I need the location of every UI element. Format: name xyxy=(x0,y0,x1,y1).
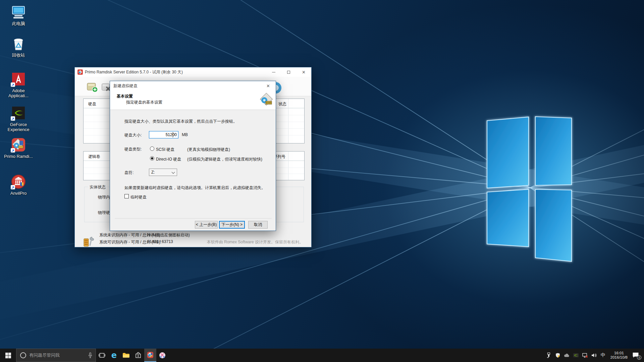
back-button[interactable]: < 上一步(B) xyxy=(195,221,218,229)
desktop-icon-anvilpro[interactable]: AnvilPro xyxy=(4,174,33,196)
snipping-tool-button[interactable] xyxy=(156,349,168,362)
temp-disk-checkbox-label[interactable]: 临时硬盘 xyxy=(130,194,147,200)
store-icon xyxy=(135,352,142,359)
mem-line1-value: N/A (点击左侧图标启动) xyxy=(147,232,190,238)
dialog-header-band: 基本设置 指定硬盘的基本设置 xyxy=(110,90,276,110)
usb-eject-icon[interactable] xyxy=(546,352,552,358)
desktop-icon-label: GeForce Experience xyxy=(4,122,33,132)
desktop-icon-adobe[interactable]: Adobe Applicati... xyxy=(4,71,33,98)
cancel-button[interactable]: 取消 xyxy=(248,221,268,229)
mem-line2-value: 61401 / 63713 xyxy=(147,239,173,244)
taskbar-search-box[interactable]: 有问题尽管问我 xyxy=(16,349,96,362)
cortana-icon xyxy=(20,352,26,358)
disks-column-header[interactable]: 硬盘 xyxy=(88,101,96,107)
desktop-icon-label: Adobe Applicati... xyxy=(4,88,33,98)
taskbar: 有问题尽管问我 e xyxy=(0,349,644,362)
adobe-icon xyxy=(10,71,26,87)
column-divider xyxy=(288,99,288,143)
next-button[interactable]: 下一步(N) > xyxy=(219,221,245,229)
dialog-subheader: 指定硬盘的基本设置 xyxy=(126,100,162,105)
desktop: 此电脑 回收站 Adobe Applicati... GeForce Exper… xyxy=(0,0,644,362)
shortcut-arrow-icon xyxy=(11,148,15,153)
geforce-icon xyxy=(10,105,26,121)
column-divider xyxy=(288,152,288,180)
notification-badge: 1 xyxy=(637,355,641,360)
task-view-button[interactable] xyxy=(96,349,108,362)
ime-indicator[interactable]: 中 xyxy=(600,352,606,358)
temp-disk-checkbox[interactable] xyxy=(124,194,129,198)
radio-directio-label[interactable]: Direct-IO 硬盘 xyxy=(156,157,181,162)
windows-logo-wallpaper xyxy=(480,111,580,268)
maximize-icon[interactable] xyxy=(281,67,296,77)
status-column-header[interactable]: 状态 xyxy=(278,101,286,107)
dialog-instruction: 指定硬盘大小、类型以及其它基本设置，然后点击下一步按钮。 xyxy=(124,119,237,124)
temp-disk-note: 如果需要新建临时虚拟硬盘，请勾选此选项。计算机重启后，此虚拟硬盘消失。 xyxy=(124,185,265,191)
desktop-icon-geforce[interactable]: GeForce Experience xyxy=(4,105,33,132)
minimize-icon[interactable] xyxy=(266,67,281,77)
chevron-down-icon xyxy=(172,171,175,174)
desktop-icon-label: Primo Ramdi... xyxy=(4,154,33,159)
desktop-icon-label: 回收站 xyxy=(4,53,33,58)
disk-size-label: 硬盘大小: xyxy=(124,132,142,138)
edge-icon: e xyxy=(111,351,117,360)
shortcut-arrow-icon xyxy=(11,82,15,87)
dialog-divider xyxy=(115,218,272,219)
dialog-titlebar[interactable]: 新建虚拟硬盘 ✕ xyxy=(110,81,276,90)
app-icon xyxy=(77,69,83,75)
group-title: 实体状态 xyxy=(88,184,107,190)
wizard-disk-icon xyxy=(259,92,274,109)
primo-ramdisk-icon xyxy=(10,137,26,153)
close-icon[interactable]: ✕ xyxy=(296,67,311,77)
scissors-icon xyxy=(159,352,166,359)
system-tray: 中 16:01 2016/10/8 1 xyxy=(546,349,644,362)
taskbar-clock[interactable]: 16:01 2016/10/8 xyxy=(609,351,629,360)
desktop-icon-this-pc[interactable]: 此电脑 xyxy=(4,4,33,26)
recycle-bin-icon xyxy=(10,36,26,52)
new-disk-toolbar-icon[interactable] xyxy=(86,81,98,94)
shortcut-arrow-icon xyxy=(11,185,15,189)
windows-start-icon xyxy=(5,353,11,358)
volume-icon[interactable] xyxy=(591,352,597,358)
radio-scsi-label[interactable]: SCSI 硬盘 xyxy=(156,147,174,153)
disk-size-unit: MB xyxy=(182,132,188,137)
start-button[interactable] xyxy=(0,349,16,362)
file-explorer-button[interactable] xyxy=(120,349,132,362)
disk-type-label: 硬盘类型: xyxy=(124,146,142,152)
disk-size-input[interactable] xyxy=(149,131,178,138)
memory-manager-icon[interactable] xyxy=(83,236,95,248)
search-placeholder: 有问题尽管问我 xyxy=(29,352,88,358)
edge-button[interactable]: e xyxy=(108,349,120,362)
dialog-close-icon[interactable]: ✕ xyxy=(261,81,276,90)
text-caret xyxy=(173,132,173,137)
main-window-titlebar[interactable]: Primo Ramdisk Server Edition 5.7.0 - 试用 … xyxy=(75,67,311,77)
primo-ramdisk-icon xyxy=(147,351,154,359)
security-shield-icon[interactable] xyxy=(555,352,561,358)
volumes-column-header[interactable]: 逻辑卷 xyxy=(88,154,100,160)
action-center-button[interactable]: 1 xyxy=(632,352,640,359)
radio-scsi-disk[interactable] xyxy=(150,146,154,151)
drive-letter-label: 盘符: xyxy=(124,170,133,176)
this-pc-icon xyxy=(10,4,26,20)
primo-ramdisk-taskbar-button[interactable] xyxy=(144,349,156,362)
drive-letter-value: Z: xyxy=(151,170,155,175)
radio-directio-disk[interactable] xyxy=(150,156,154,161)
nvidia-settings-icon[interactable] xyxy=(573,352,579,358)
folder-icon xyxy=(122,352,130,358)
dialog-header: 基本设置 xyxy=(117,94,133,99)
shortcut-arrow-icon xyxy=(11,116,15,121)
clock-time: 16:01 xyxy=(610,351,628,355)
desktop-icon-primo-ramdisk[interactable]: Primo Ramdi... xyxy=(4,137,33,159)
desktop-icon-label: AnvilPro xyxy=(4,191,33,196)
network-disconnected-icon[interactable] xyxy=(582,352,588,358)
anvilpro-icon xyxy=(10,174,26,190)
task-view-icon xyxy=(99,353,105,358)
desktop-icon-recycle-bin[interactable]: 回收站 xyxy=(4,36,33,58)
dialog-title: 新建虚拟硬盘 xyxy=(113,83,138,89)
store-button[interactable] xyxy=(132,349,144,362)
new-virtual-disk-dialog: 新建虚拟硬盘 ✕ 基本设置 指定硬盘的基本设置 指定硬盘大小、类型以及其它基本设… xyxy=(110,81,276,231)
onedrive-cloud-icon[interactable] xyxy=(564,352,570,358)
microphone-icon[interactable] xyxy=(88,352,92,358)
drive-letter-select[interactable]: Z: xyxy=(149,169,177,176)
radio-scsi-note: (更真实地模拟物理硬盘) xyxy=(187,147,230,153)
radio-directio-note: (仅模拟为逻辑硬盘，但读写速度相对较快) xyxy=(187,157,262,162)
